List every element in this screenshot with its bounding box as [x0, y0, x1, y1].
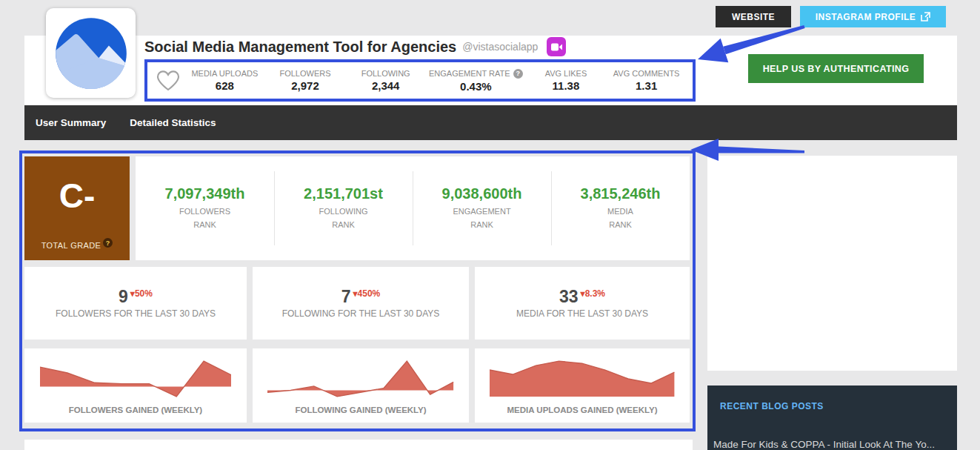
rank-label-line2: RANK [551, 219, 690, 232]
rank-value: 2,151,701st [274, 185, 413, 202]
stat-avg-likes: AVG LIKES 11.38 [526, 69, 607, 92]
followers-rank: 7,097,349th FOLLOWERS RANK [136, 156, 274, 260]
period-value: 33 [559, 288, 579, 305]
followers-30d-card: 9 ▾50% FOLLOWERS FOR THE LAST 30 DAYS [24, 267, 247, 340]
rank-label: FOLLOWING RANK [274, 205, 413, 231]
rank-label-line2: RANK [413, 219, 551, 232]
tab-detailed-statistics[interactable]: Detailed Statistics [130, 117, 216, 128]
stat-label: FOLLOWERS [268, 69, 343, 78]
rank-label-line2: RANK [274, 219, 413, 232]
help-icon[interactable]: ? [103, 238, 113, 248]
mountain-logo-icon [53, 15, 130, 92]
nav-bar: User Summary Detailed Statistics [24, 105, 957, 140]
period-label: FOLLOWING FOR THE LAST 30 DAYS [282, 308, 440, 319]
recent-blog-posts-box: RECENT BLOG POSTS Made For Kids & COPPA … [707, 386, 957, 450]
stat-value: 11.38 [529, 79, 604, 92]
rank-value: 9,038,600th [413, 185, 551, 202]
media-30d-card: 33 ▾8.3% MEDIA FOR THE LAST 30 DAYS [475, 267, 690, 340]
ranks-card: 7,097,349th FOLLOWERS RANK 2,151,701st F… [136, 156, 690, 260]
stat-label-text: ENGAGEMENT RATE [429, 69, 510, 78]
annotation-arrow-summary [689, 137, 806, 162]
period-change-value: 50% [135, 288, 153, 299]
external-link-icon [921, 12, 930, 21]
following-weekly-chart-card: FOLLOWING GAINED (WEEKLY) [253, 348, 469, 423]
chart-label: MEDIA UPLOADS GAINED (WEEKLY) [475, 406, 690, 414]
chart-label: FOLLOWERS GAINED (WEEKLY) [24, 406, 247, 414]
instagram-profile-button[interactable]: INSTAGRAM PROFILE [800, 6, 946, 27]
help-icon[interactable]: ? [513, 69, 523, 79]
stat-label: ENGAGEMENT RATE ? [429, 69, 523, 79]
profile-title-row: Social Media Management Tool for Agencie… [144, 37, 566, 56]
stat-followers: FOLLOWERS 2,972 [265, 69, 346, 92]
followers-weekly-chart-card: FOLLOWERS GAINED (WEEKLY) [24, 348, 247, 423]
followers-weekly-sparkline [40, 357, 231, 400]
page-title: Social Media Management Tool for Agencie… [144, 39, 456, 56]
profile-handle: @vistasocialapp [462, 41, 538, 53]
blog-post-link[interactable]: Made For Kids & COPPA - Initial Look At … [713, 439, 935, 450]
rank-label-line1: FOLLOWERS [136, 205, 274, 219]
total-grade-value: C- [24, 176, 130, 216]
ad-placeholder-panel [707, 156, 957, 371]
stat-label: FOLLOWING [348, 69, 423, 78]
period-change: ▾450% [353, 288, 381, 299]
period-value: 9 [119, 288, 128, 305]
period-value: 7 [341, 288, 351, 305]
rank-label-line1: FOLLOWING [274, 205, 413, 219]
period-label: FOLLOWERS FOR THE LAST 30 DAYS [56, 308, 216, 319]
stat-value: 2,344 [348, 79, 423, 92]
stat-engagement-rate: ENGAGEMENT RATE ? 0.43% [426, 69, 526, 93]
favorite-heart-icon[interactable] [156, 70, 180, 92]
total-grade-card: C- TOTAL GRADE ? [24, 156, 130, 260]
period-change-value: 8.3% [585, 288, 605, 299]
next-section-strip [24, 440, 693, 450]
media-rank: 3,815,246th MEDIA RANK [551, 156, 690, 260]
stat-value: 1.31 [609, 79, 684, 92]
stat-label: AVG COMMENTS [609, 69, 684, 78]
engagement-rank: 9,038,600th ENGAGEMENT RANK [413, 156, 551, 260]
total-grade-label-text: TOTAL GRADE [41, 241, 101, 250]
page: Social Media Management Tool for Agencie… [0, 0, 980, 450]
recent-blog-posts-header: RECENT BLOG POSTS [720, 401, 824, 411]
stat-label: AVG LIKES [529, 69, 604, 78]
following-weekly-sparkline [267, 357, 453, 400]
profile-stats-box: MEDIA UPLOADS 628 FOLLOWERS 2,972 FOLLOW… [144, 59, 696, 102]
period-change: ▾50% [130, 288, 153, 299]
rank-label-line1: ENGAGEMENT [413, 205, 551, 219]
stat-avg-comments: AVG COMMENTS 1.31 [606, 69, 687, 92]
instagram-profile-label: INSTAGRAM PROFILE [816, 12, 916, 22]
rank-label: MEDIA RANK [551, 205, 690, 231]
video-camera-icon [547, 37, 566, 56]
rank-label-line1: MEDIA [551, 205, 690, 219]
period-label: MEDIA FOR THE LAST 30 DAYS [516, 308, 648, 319]
media-weekly-sparkline [490, 357, 674, 400]
rank-label: ENGAGEMENT RANK [413, 205, 551, 231]
following-rank: 2,151,701st FOLLOWING RANK [274, 156, 413, 260]
rank-value: 3,815,246th [551, 185, 690, 202]
stat-label: MEDIA UPLOADS [187, 69, 262, 78]
rank-value: 7,097,349th [136, 185, 274, 202]
chart-label: FOLLOWING GAINED (WEEKLY) [253, 406, 469, 414]
following-30d-card: 7 ▾450% FOLLOWING FOR THE LAST 30 DAYS [253, 267, 469, 340]
stat-value: 0.43% [429, 80, 523, 93]
annotation-arrow-stats [695, 21, 806, 69]
period-change-value: 450% [358, 288, 381, 299]
period-change: ▾8.3% [581, 288, 605, 299]
rank-label-line2: RANK [136, 219, 274, 232]
rank-label: FOLLOWERS RANK [136, 205, 274, 231]
stat-following: FOLLOWING 2,344 [345, 69, 426, 92]
stat-value: 2,972 [268, 79, 343, 92]
profile-avatar [46, 8, 136, 98]
total-grade-label: TOTAL GRADE ? [24, 241, 130, 250]
stat-media-uploads: MEDIA UPLOADS 628 [184, 69, 265, 92]
tab-user-summary[interactable]: User Summary [36, 117, 106, 128]
media-weekly-chart-card: MEDIA UPLOADS GAINED (WEEKLY) [475, 348, 690, 423]
stat-value: 628 [187, 79, 262, 92]
